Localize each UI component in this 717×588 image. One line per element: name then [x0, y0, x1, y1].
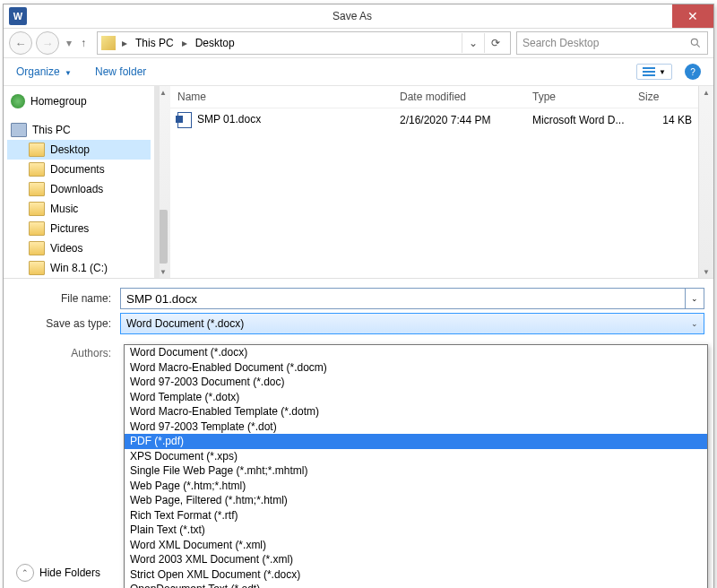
tree-item-label: Desktop: [50, 143, 90, 156]
savetype-option[interactable]: Single File Web Page (*.mht;*.mhtml): [125, 463, 707, 479]
savetype-option[interactable]: Word 2003 XML Document (*.xml): [125, 552, 707, 567]
folder-icon: [29, 261, 45, 275]
savetype-option[interactable]: OpenDocument Text (*.odt): [125, 582, 707, 588]
tree-item-label: Music: [50, 203, 78, 215]
tree-item-videos[interactable]: Videos: [7, 238, 151, 258]
tree-item-this-pc[interactable]: This PC: [7, 120, 151, 140]
chevron-icon: ▸: [179, 37, 190, 49]
homegroup-icon: [11, 94, 25, 108]
tree-item-pictures[interactable]: Pictures: [7, 219, 151, 238]
up-button[interactable]: ↑: [75, 37, 91, 49]
savetype-option[interactable]: Word Document (*.docx): [125, 345, 707, 360]
folder-icon: [29, 202, 45, 216]
folder-icon: [29, 143, 45, 157]
filename-input[interactable]: [120, 288, 686, 309]
col-size[interactable]: Size: [631, 91, 692, 103]
file-type: Microsoft Word D...: [525, 114, 631, 126]
tree-item-homegroup[interactable]: Homegroup: [7, 91, 151, 111]
forward-button[interactable]: →: [36, 31, 59, 55]
nav-separator: ▾: [66, 37, 72, 49]
savetype-label: Save as type:: [13, 317, 120, 330]
nav-tree: HomegroupThis PCDesktopDocumentsDownload…: [4, 86, 155, 278]
svg-rect-3: [643, 71, 655, 73]
folder-icon: [29, 241, 45, 255]
savetype-option[interactable]: Word 97-2003 Template (*.dot): [125, 419, 707, 435]
column-headers: Name Date modified Type Size: [170, 86, 698, 108]
search-input[interactable]: Search Desktop: [516, 31, 708, 55]
folder-icon: [29, 221, 45, 236]
savetype-option[interactable]: Strict Open XML Document (*.docx): [125, 567, 707, 583]
svg-rect-4: [643, 74, 655, 76]
save-as-dialog: W Save As ✕ ← → ▾ ↑ ▸ This PC ▸ Desktop …: [3, 4, 714, 588]
organize-button[interactable]: Organize ▼: [16, 65, 72, 78]
nav-bar: ← → ▾ ↑ ▸ This PC ▸ Desktop ⌄ ⟳ Search D…: [4, 29, 713, 58]
help-button[interactable]: ?: [685, 64, 701, 80]
col-date[interactable]: Date modified: [393, 91, 525, 103]
col-type[interactable]: Type: [525, 91, 631, 103]
tree-item-downloads[interactable]: Downloads: [7, 179, 151, 199]
savetype-option[interactable]: PDF (*.pdf): [125, 434, 707, 449]
word-icon: W: [9, 7, 27, 25]
docx-icon: [177, 112, 192, 128]
savetype-option[interactable]: Web Page (*.htm;*.html): [125, 479, 707, 494]
titlebar: W Save As ✕: [4, 4, 713, 29]
search-icon: [689, 37, 702, 49]
tree-item-label: Downloads: [50, 183, 103, 195]
tree-item-label: This PC: [32, 124, 71, 136]
tree-item-label: Videos: [50, 242, 82, 255]
savetype-combo[interactable]: Word Document (*.docx) ⌄: [120, 313, 704, 334]
savetype-option[interactable]: Plain Text (*.txt): [125, 523, 707, 538]
back-button[interactable]: ←: [9, 31, 32, 55]
tree-item-music[interactable]: Music: [7, 199, 151, 219]
new-folder-button[interactable]: New folder: [95, 65, 146, 78]
tree-item-label: Documents: [50, 163, 105, 176]
refresh-button[interactable]: ⟳: [484, 33, 506, 53]
file-list: Name Date modified Type Size SMP 01.docx…: [170, 86, 698, 278]
filelist-scrollbar[interactable]: ▲▼: [698, 86, 713, 278]
breadcrumb-desktop[interactable]: Desktop: [190, 37, 240, 49]
savetype-option[interactable]: Word Macro-Enabled Document (*.docm): [125, 360, 707, 376]
hide-folders-button[interactable]: ⌃ Hide Folders: [16, 564, 100, 582]
savetype-dropdown-list[interactable]: Word Document (*.docx)Word Macro-Enabled…: [124, 344, 708, 588]
splitter[interactable]: [154, 86, 160, 278]
chevron-icon: ▸: [119, 37, 130, 49]
savetype-option[interactable]: XPS Document (*.xps): [125, 449, 707, 464]
savetype-value: Word Document (*.docx): [126, 317, 691, 330]
savetype-option[interactable]: Web Page, Filtered (*.htm;*.html): [125, 493, 707, 508]
chevron-down-icon: ⌄: [691, 319, 698, 328]
window-title: Save As: [32, 10, 672, 22]
toolbar: Organize ▼ New folder ▼ ?: [4, 58, 713, 86]
file-date: 2/16/2020 7:44 PM: [393, 114, 525, 126]
address-dropdown[interactable]: ⌄: [462, 33, 484, 53]
authors-label: Authors:: [13, 347, 120, 359]
savetype-option[interactable]: Rich Text Format (*.rtf): [125, 508, 707, 523]
filename-dropdown[interactable]: ⌄: [686, 288, 704, 309]
tree-item-desktop[interactable]: Desktop: [7, 140, 151, 160]
breadcrumb-thispc[interactable]: This PC: [130, 37, 179, 49]
file-row[interactable]: SMP 01.docx 2/16/2020 7:44 PM Microsoft …: [170, 108, 698, 132]
svg-point-0: [691, 39, 697, 45]
address-bar[interactable]: ▸ This PC ▸ Desktop ⌄ ⟳: [97, 31, 511, 55]
tree-item-documents[interactable]: Documents: [7, 160, 151, 179]
dialog-body: HomegroupThis PCDesktopDocumentsDownload…: [4, 86, 713, 278]
folder-icon: [101, 36, 116, 50]
svg-rect-2: [643, 67, 655, 69]
search-placeholder: Search Desktop: [523, 37, 599, 49]
file-size: 14 KB: [631, 114, 692, 126]
chevron-up-icon: ⌃: [16, 564, 34, 582]
savetype-option[interactable]: Word Macro-Enabled Template (*.dotm): [125, 404, 707, 419]
view-options-button[interactable]: ▼: [636, 64, 672, 80]
tree-item-label: Homegroup: [30, 95, 87, 108]
folder-icon: [29, 182, 45, 196]
folder-icon: [29, 162, 45, 177]
close-button[interactable]: ✕: [672, 4, 713, 28]
tree-item-label: Win 8.1 (C:): [50, 262, 108, 274]
savetype-option[interactable]: Word 97-2003 Document (*.doc): [125, 375, 707, 390]
savetype-option[interactable]: Word XML Document (*.xml): [125, 538, 707, 553]
savetype-option[interactable]: Word Template (*.dotx): [125, 390, 707, 405]
pc-icon: [11, 123, 27, 137]
col-name[interactable]: Name: [170, 91, 393, 103]
tree-item-win-8-1-c-[interactable]: Win 8.1 (C:): [7, 258, 151, 278]
svg-line-1: [696, 44, 699, 47]
list-icon: [643, 66, 655, 77]
